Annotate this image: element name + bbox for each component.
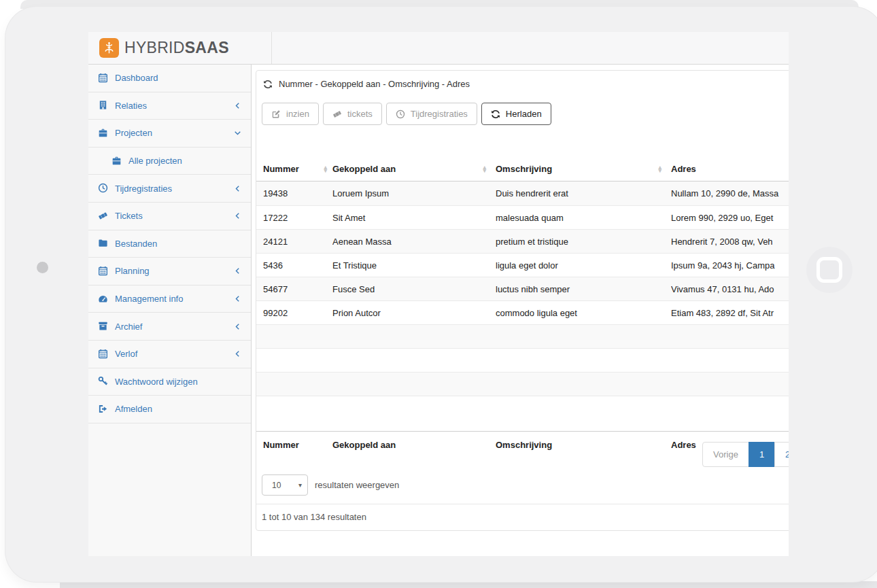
- table-row-empty: [256, 324, 789, 348]
- cell-nummer: 17222: [256, 213, 332, 223]
- chevron-left-icon: [234, 323, 241, 330]
- calendar-icon: [98, 349, 109, 360]
- sidebar-item-label: Bestanden: [115, 239, 157, 249]
- cell-nummer: 5436: [256, 260, 332, 271]
- table-row[interactable]: 5436Et Tristiqueligula eget dolorIpsum 9…: [256, 253, 789, 277]
- sidebar-item-dashboard[interactable]: Dashboard: [88, 65, 251, 92]
- home-button[interactable]: [806, 247, 853, 293]
- sidebar-item-afmelden[interactable]: Afmelden: [88, 396, 251, 423]
- tachometer-icon: [98, 294, 109, 305]
- calendar-icon: [98, 266, 109, 277]
- hybridsaas-logo-icon: [99, 38, 119, 58]
- pagination-page-1[interactable]: 1: [749, 442, 775, 467]
- tickets-button[interactable]: tickets: [323, 103, 382, 125]
- cell-omschrijving: malesuada quam: [496, 213, 671, 223]
- header-spacer: [272, 32, 789, 64]
- cell-adres: Ipsum 9a, 2043 hj, Campa: [671, 260, 789, 271]
- sidebar-item-label: Management info: [115, 294, 183, 304]
- cell-adres: Nullam 10, 2990 de, Massa: [671, 188, 789, 198]
- sidebar-item-management-info[interactable]: Management info: [88, 286, 251, 313]
- sidebar-item-verlof[interactable]: Verlof: [88, 341, 251, 368]
- page-size-row: 10 ▾ resultaten weergeven: [262, 474, 789, 496]
- button-label: Tijdregistraties: [411, 109, 468, 119]
- sidebar-item-alle-projecten[interactable]: Alle projecten: [88, 148, 251, 175]
- footer-column-nummer: Nummer: [256, 440, 332, 450]
- camera-dot: [37, 262, 48, 273]
- sidebar-item-tickets[interactable]: Tickets: [88, 203, 251, 230]
- table-row[interactable]: 19438Loruem IpsumDuis hendrerit eratNull…: [256, 181, 789, 205]
- cell-gekoppeld-aan: Prion Autcor: [332, 308, 496, 318]
- sidebar-item-projecten[interactable]: Projecten: [88, 120, 251, 148]
- button-label: Herladen: [506, 109, 542, 119]
- cell-adres: Vivamus 47, 0131 hu, Ado: [671, 284, 789, 294]
- page-size-select[interactable]: 10 ▾: [262, 474, 308, 496]
- refresh-icon[interactable]: [263, 80, 273, 89]
- sidebar-item-relaties[interactable]: Relaties: [88, 92, 251, 120]
- cell-nummer: 54677: [256, 284, 332, 294]
- results-info: 1 tot 10 van 134 resultaten: [256, 504, 789, 530]
- cell-omschrijving: luctus nibh semper: [496, 284, 671, 294]
- tijdregistraties-button[interactable]: Tijdregistraties: [386, 103, 477, 125]
- projects-panel: Nummer - Gekoppeld aan - Omschrijving - …: [256, 70, 789, 531]
- sidebar-item-bestanden[interactable]: Bestanden: [88, 230, 251, 258]
- chevron-left-icon: [234, 350, 241, 358]
- sort-icon[interactable]: ▴▾: [324, 166, 327, 173]
- cell-adres: Lorem 990, 2929 uo, Eget: [671, 213, 789, 223]
- sidebar-item-label: Verlof: [115, 349, 137, 359]
- chevron-left-icon: [234, 212, 241, 220]
- table-row[interactable]: 24121Aenean Massapretium et tristiqueHen…: [256, 229, 789, 253]
- refresh-icon: [491, 109, 500, 119]
- logo[interactable]: HYBRIDSAAS: [88, 32, 272, 64]
- page-size-label: resultaten weergeven: [315, 480, 399, 490]
- home-button-icon: [816, 257, 842, 283]
- calendar-icon: [98, 73, 109, 84]
- ticket-icon: [332, 109, 342, 119]
- chevron-left-icon: [234, 185, 241, 192]
- sidebar-item-label: Tijdregistraties: [115, 184, 172, 194]
- column-header-adres: Adres: [671, 164, 789, 174]
- brand-bold: SAAS: [185, 39, 229, 56]
- sidebar-item-label: Archief: [115, 322, 142, 332]
- column-header-omschrijving[interactable]: Omschrijving▴▾: [496, 164, 671, 174]
- caret-down-icon: ▾: [298, 481, 302, 489]
- stacked-sheet-bottom: [60, 581, 877, 588]
- sidebar: DashboardRelatiesProjectenAlle projecten…: [88, 65, 252, 556]
- sort-icon[interactable]: ▴▾: [658, 166, 661, 173]
- table-row-empty: [256, 348, 789, 372]
- pagination: Vorige12: [702, 442, 789, 467]
- table-row-empty: [256, 372, 789, 396]
- pagination-previous-button[interactable]: Vorige: [702, 442, 749, 467]
- inzien-button[interactable]: inzien: [262, 103, 319, 125]
- column-header-label: Nummer: [263, 164, 299, 174]
- column-header-label: Gekoppeld aan: [332, 164, 396, 174]
- table-row[interactable]: 17222Sit Ametmalesuada quamLorem 990, 29…: [256, 205, 789, 229]
- chevron-left-icon: [234, 267, 241, 275]
- table-row[interactable]: 99202Prion Autcorcommodo ligula egetEtia…: [256, 300, 789, 324]
- cell-gekoppeld-aan: Aenean Massa: [332, 237, 496, 247]
- cell-nummer: 19438: [256, 188, 332, 198]
- button-label: tickets: [347, 109, 373, 119]
- chevron-left-icon: [234, 102, 241, 109]
- brand-wordmark: HYBRIDSAAS: [124, 39, 229, 57]
- column-header-gekoppeld-aan[interactable]: Gekoppeld aan▴▾: [332, 164, 496, 174]
- pagination-page-2[interactable]: 2: [774, 442, 789, 467]
- sort-icon[interactable]: ▴▾: [483, 166, 486, 173]
- sidebar-item-archief[interactable]: Archief: [88, 313, 251, 341]
- page-size-value: 10: [272, 481, 281, 490]
- sidebar-item-label: Wachtwoord wijzigen: [115, 377, 198, 387]
- clock-icon: [98, 183, 109, 194]
- columns-summary-text: Nummer - Gekoppeld aan - Omschrijving - …: [279, 79, 470, 89]
- sidebar-item-wachtwoord-wijzigen[interactable]: Wachtwoord wijzigen: [88, 368, 251, 396]
- column-header-nummer[interactable]: Nummer▴▾: [256, 164, 332, 174]
- sidebar-item-tijdregistraties[interactable]: Tijdregistraties: [88, 175, 251, 203]
- table-row[interactable]: 54677Fusce Sedluctus nibh semperVivamus …: [256, 277, 789, 300]
- herladen-button[interactable]: Herladen: [481, 103, 551, 125]
- sidebar-item-label: Alle projecten: [128, 156, 182, 166]
- building-icon: [98, 100, 109, 111]
- table-footer-area: NummerGekoppeld aanOmschrijvingAdres Vor…: [256, 431, 789, 454]
- cell-adres: Etiam 483, 2892 df, Sit Atr: [671, 308, 789, 318]
- main-content: Nummer - Gekoppeld aan - Omschrijving - …: [252, 65, 789, 556]
- cell-gekoppeld-aan: Et Tristique: [332, 260, 496, 271]
- sidebar-item-planning[interactable]: Planning: [88, 258, 251, 286]
- key-icon: [98, 376, 109, 387]
